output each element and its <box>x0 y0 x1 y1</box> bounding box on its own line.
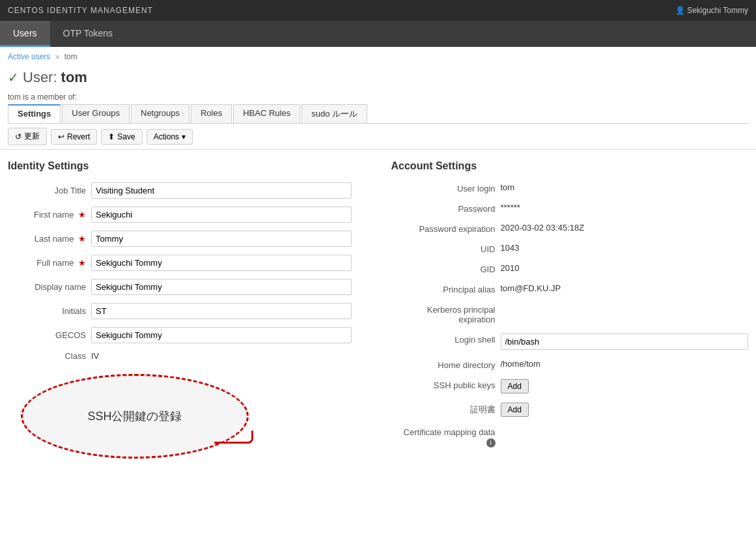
username: tom <box>61 69 87 86</box>
field-kerberos-expiration: Kerberos principal expiration <box>391 304 749 324</box>
field-job-title: Job Title <box>8 182 365 199</box>
label-principal-alias: Principal alias <box>391 283 496 294</box>
value-class: IV <box>91 351 99 361</box>
field-principal-alias: Principal alias tom@FD.KU.JP <box>391 283 749 294</box>
input-display-name[interactable] <box>91 279 352 295</box>
navbar: CENTOS IDENTITY MANAGEMENT Sekiguchi Tom… <box>0 0 756 21</box>
label-password: Password <box>391 203 496 214</box>
account-settings-section: Account Settings User login tom Password… <box>391 160 749 459</box>
tab-sudo[interactable]: sudo ルール <box>301 104 367 123</box>
refresh-button[interactable]: ↺ 更新 <box>8 128 47 145</box>
field-ssh-public-keys: SSH public keys Add <box>391 379 749 393</box>
nav-otp-tokens[interactable]: OTP Tokens <box>50 21 126 47</box>
ssh-ellipse: SSH公開鍵の登録 <box>21 374 249 459</box>
field-initials: Initials <box>8 303 365 319</box>
value-user-login: tom <box>501 182 749 192</box>
revert-button[interactable]: ↩ Revert <box>51 129 97 145</box>
field-cert-mapping: Certificate mapping data i <box>391 426 749 448</box>
label-uid: UID <box>391 243 496 254</box>
content-area: Identity Settings Job Title First name ★… <box>0 150 756 469</box>
input-gecos[interactable] <box>91 327 352 343</box>
value-uid: 1043 <box>501 243 749 253</box>
label-kerberos-expiration: Kerberos principal expiration <box>391 304 496 324</box>
label-initials: Initials <box>8 306 86 316</box>
input-first-name[interactable] <box>91 206 352 223</box>
value-password-expiration: 2020-03-02 03:45:18Z <box>501 223 749 233</box>
checkmark-icon: ✓ <box>8 70 19 85</box>
input-initials[interactable] <box>91 303 352 319</box>
label-ssh-public-keys: SSH public keys <box>391 379 496 390</box>
tab-settings[interactable]: Settings <box>8 104 61 123</box>
required-star: ★ <box>78 258 86 268</box>
chevron-down-icon: ▾ <box>182 132 186 141</box>
identity-settings-title: Identity Settings <box>8 160 365 172</box>
tab-row: Settings User Groups Netgroups Roles HBA… <box>8 104 748 124</box>
account-settings-title: Account Settings <box>391 160 749 172</box>
field-password-expiration: Password expiration 2020-03-02 03:45:18Z <box>391 223 749 234</box>
field-uid: UID 1043 <box>391 243 749 254</box>
label-gecos: GECOS <box>8 330 86 340</box>
breadcrumb: Active users » tom <box>0 47 756 66</box>
field-display-name: Display name <box>8 279 365 295</box>
required-star: ★ <box>78 234 86 244</box>
label-last-name: Last name ★ <box>8 234 86 244</box>
ssh-arrow <box>214 431 253 444</box>
field-class: Class IV <box>8 351 365 361</box>
label-home-directory: Home directory <box>391 359 496 370</box>
label-gid: GID <box>391 263 496 274</box>
field-certificate: 証明書 Add <box>391 403 749 417</box>
input-full-name[interactable] <box>91 255 352 271</box>
field-login-shell: Login shell <box>391 334 749 350</box>
label-display-name: Display name <box>8 282 86 292</box>
tab-netgroups[interactable]: Netgroups <box>131 104 189 123</box>
label-cert-mapping: Certificate mapping data i <box>391 426 496 448</box>
label-job-title: Job Title <box>8 186 86 195</box>
breadcrumb-separator: » <box>55 52 60 61</box>
nav-users[interactable]: Users <box>0 21 50 47</box>
breadcrumb-current: tom <box>64 52 77 61</box>
value-principal-alias: tom@FD.KU.JP <box>501 283 749 293</box>
field-password: Password ****** <box>391 203 749 214</box>
field-gecos: GECOS <box>8 327 365 343</box>
refresh-icon: ↺ <box>15 132 21 141</box>
field-last-name: Last name ★ <box>8 231 365 247</box>
label-class: Class <box>8 351 86 361</box>
label-user-login: User login <box>391 182 496 193</box>
user-menu[interactable]: Sekiguchi Tommy <box>675 6 748 15</box>
ssh-annotation-text: SSH公開鍵の登録 <box>87 408 182 424</box>
value-home-directory: /home/tom <box>501 359 749 369</box>
tab-user-groups[interactable]: User Groups <box>62 104 130 123</box>
input-job-title[interactable] <box>91 182 352 199</box>
add-ssh-key-button[interactable]: Add <box>501 379 529 393</box>
add-certificate-button[interactable]: Add <box>501 403 529 417</box>
identity-settings-section: Identity Settings Job Title First name ★… <box>8 160 365 459</box>
save-icon: ⬆ <box>108 132 115 141</box>
ssh-annotation: SSH公開鍵の登録 <box>21 374 365 459</box>
breadcrumb-parent[interactable]: Active users <box>8 52 50 61</box>
value-gid: 2010 <box>501 263 749 273</box>
input-login-shell[interactable] <box>501 334 749 350</box>
member-area: tom is a member of: Settings User Groups… <box>0 89 756 124</box>
user-prefix: User: <box>23 69 57 86</box>
tab-roles[interactable]: Roles <box>191 104 232 123</box>
toolbar: ↺ 更新 ↩ Revert ⬆ Save Actions ▾ <box>0 124 756 150</box>
label-first-name: First name ★ <box>8 210 86 220</box>
brand-title: CENTOS IDENTITY MANAGEMENT <box>8 6 153 15</box>
field-gid: GID 2010 <box>391 263 749 274</box>
main-navigation: Users OTP Tokens <box>0 21 756 47</box>
save-button[interactable]: ⬆ Save <box>101 129 142 145</box>
field-first-name: First name ★ <box>8 206 365 223</box>
actions-dropdown[interactable]: Actions ▾ <box>147 129 193 145</box>
info-icon[interactable]: i <box>486 438 496 448</box>
value-password: ****** <box>501 203 749 212</box>
field-full-name: Full name ★ <box>8 255 365 271</box>
label-certificate: 証明書 <box>391 403 496 416</box>
tab-hbac-rules[interactable]: HBAC Rules <box>233 104 300 123</box>
field-user-login: User login tom <box>391 182 749 193</box>
input-last-name[interactable] <box>91 231 352 247</box>
label-password-expiration: Password expiration <box>391 223 496 234</box>
label-login-shell: Login shell <box>391 334 496 345</box>
revert-icon: ↩ <box>58 132 64 141</box>
label-full-name: Full name ★ <box>8 258 86 268</box>
field-home-directory: Home directory /home/tom <box>391 359 749 370</box>
